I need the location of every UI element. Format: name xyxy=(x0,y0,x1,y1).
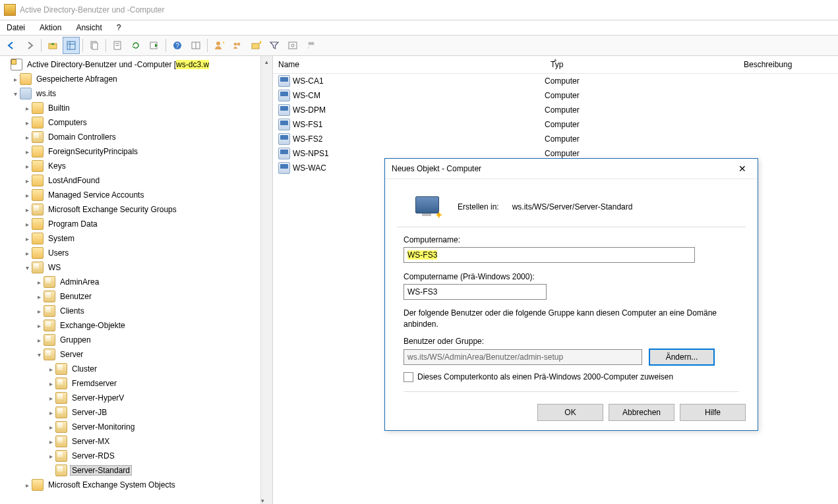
expander-icon[interactable]: ▸ xyxy=(22,163,32,170)
tree-saved-queries[interactable]: Gespeicherte Abfragen xyxy=(34,74,119,84)
copy-icon[interactable] xyxy=(86,37,103,54)
list-item[interactable]: WS-FS2Computer xyxy=(273,132,838,146)
expander-icon[interactable]: ▸ xyxy=(22,177,32,184)
properties-icon[interactable] xyxy=(109,37,126,54)
tree-monitoring[interactable]: Server-Monitoring xyxy=(70,422,136,432)
expander-icon[interactable]: ▸ xyxy=(22,250,32,257)
change-button[interactable]: Ändern... xyxy=(649,349,715,366)
menu-datei[interactable]: Datei xyxy=(4,22,28,34)
expander-icon[interactable]: ▾ xyxy=(34,351,44,358)
column-name[interactable]: Name xyxy=(273,56,545,73)
tree-cluster[interactable]: Cluster xyxy=(70,364,99,374)
find-pane-icon[interactable] xyxy=(187,37,204,54)
tree-ws[interactable]: WS xyxy=(46,262,63,273)
tree-scrollbar[interactable]: ▴ ▾ xyxy=(260,56,272,504)
list-item[interactable]: WS-CA1Computer xyxy=(273,74,838,88)
dialog-titlebar[interactable]: Neues Objekt - Computer ✕ xyxy=(385,159,758,179)
scroll-up-icon[interactable]: ▴ xyxy=(261,56,272,67)
menu-aktion[interactable]: Aktion xyxy=(37,22,64,34)
forward-icon[interactable] xyxy=(21,37,38,54)
expander-icon[interactable]: ▸ xyxy=(11,76,20,83)
expander-icon[interactable]: ▸ xyxy=(46,409,55,416)
filter-icon[interactable] xyxy=(266,37,283,54)
column-desc[interactable]: Beschreibung xyxy=(738,56,838,73)
expander-icon[interactable]: ▸ xyxy=(22,192,32,199)
expander-icon[interactable]: ▸ xyxy=(34,308,44,315)
view-detail-icon[interactable] xyxy=(63,37,80,54)
tree-mx[interactable]: Server-MX xyxy=(70,436,111,447)
expander-icon[interactable]: ▾ xyxy=(22,264,32,271)
tree-meso[interactable]: Microsoft Exchange System Objects xyxy=(46,480,177,490)
tree-clients[interactable]: Clients xyxy=(58,306,86,316)
tree-dc[interactable]: Domain Controllers xyxy=(46,132,118,142)
tree-system[interactable]: System xyxy=(46,233,76,244)
expander-icon[interactable]: ▸ xyxy=(46,366,55,373)
ou-icon xyxy=(55,392,67,404)
tree-msa[interactable]: Managed Service Accounts xyxy=(46,190,146,200)
list-item[interactable]: WS-DPMComputer xyxy=(273,103,838,117)
expander-icon[interactable]: ▸ xyxy=(22,119,32,126)
tree-computers[interactable]: Computers xyxy=(46,117,89,128)
export-icon[interactable] xyxy=(146,37,163,54)
add-query-icon[interactable] xyxy=(303,37,320,54)
tree-mesg[interactable]: Microsoft Exchange Security Groups xyxy=(46,204,179,215)
expander-icon[interactable]: ▸ xyxy=(46,424,55,431)
expander-icon[interactable]: ▸ xyxy=(34,293,44,300)
expander-icon[interactable]: ▸ xyxy=(34,337,44,344)
tree-exobj[interactable]: Exchange-Objekte xyxy=(58,320,127,331)
tree[interactable]: ▸Active Directory-Benutzer und -Computer… xyxy=(0,56,262,493)
tree-rds[interactable]: Server-RDS xyxy=(70,451,117,461)
tree-server[interactable]: Server xyxy=(58,349,85,360)
tree-laf[interactable]: LostAndFound xyxy=(46,175,102,186)
expander-icon[interactable]: ▾ xyxy=(11,90,20,98)
expander-icon[interactable]: ▸ xyxy=(34,279,44,286)
computername-input[interactable]: WS-FS3 xyxy=(404,247,695,263)
tree-builtin[interactable]: Builtin xyxy=(46,103,72,113)
ok-button[interactable]: OK xyxy=(537,404,603,421)
tree-users[interactable]: Users xyxy=(46,248,71,258)
cancel-button[interactable]: Abbrechen xyxy=(609,404,674,421)
tree-standard-selected[interactable]: Server-Standard xyxy=(70,465,132,476)
menu-ansicht[interactable]: Ansicht xyxy=(73,22,104,34)
expander-icon[interactable]: ▸ xyxy=(46,438,55,445)
new-group-icon[interactable] xyxy=(229,37,246,54)
up-folder-icon[interactable] xyxy=(44,37,61,54)
expander-icon[interactable]: ▸ xyxy=(22,206,32,213)
column-type[interactable]: Typ xyxy=(545,56,738,73)
tree-keys[interactable]: Keys xyxy=(46,161,68,171)
tree-jb[interactable]: Server-JB xyxy=(70,407,109,418)
back-icon[interactable] xyxy=(3,37,20,54)
expander-icon[interactable]: ▸ xyxy=(22,221,32,228)
expander-icon[interactable]: ▸ xyxy=(22,235,32,242)
expander-icon[interactable]: ▸ xyxy=(34,322,44,329)
refresh-icon[interactable] xyxy=(127,37,144,54)
tree-hyperv[interactable]: Server-HyperV xyxy=(70,393,126,403)
tree-root[interactable]: Active Directory-Benutzer und -Computer … xyxy=(25,59,211,70)
list-item[interactable]: WS-FS1Computer xyxy=(273,117,838,132)
help-icon[interactable]: ? xyxy=(169,37,186,54)
find-icon[interactable] xyxy=(284,37,301,54)
tree-pd[interactable]: Program Data xyxy=(46,219,100,229)
expander-icon[interactable]: ▸ xyxy=(46,395,55,402)
new-ou-icon[interactable]: ★ xyxy=(247,37,264,54)
tree-adminarea[interactable]: AdminArea xyxy=(58,277,101,287)
prewin-input[interactable]: WS-FS3 xyxy=(404,284,547,300)
new-user-icon[interactable]: ★ xyxy=(210,37,227,54)
menu-help[interactable]: ? xyxy=(114,22,124,34)
help-button[interactable]: Hilfe xyxy=(680,404,746,421)
close-icon[interactable]: ✕ xyxy=(733,161,752,177)
list-item[interactable]: WS-CMComputer xyxy=(273,88,838,103)
expander-icon[interactable]: ▸ xyxy=(46,453,55,460)
expander-icon[interactable]: ▸ xyxy=(22,105,32,112)
scroll-down-icon[interactable]: ▾ xyxy=(261,495,264,504)
expander-icon[interactable]: ▸ xyxy=(22,482,32,489)
tree-fsp[interactable]: ForeignSecurityPrincipals xyxy=(46,146,140,157)
expander-icon[interactable]: ▸ xyxy=(46,380,55,387)
tree-fremd[interactable]: Fremdserver xyxy=(70,378,119,389)
expander-icon[interactable]: ▸ xyxy=(22,148,32,155)
tree-domain[interactable]: ws.its xyxy=(34,88,58,99)
tree-benutzer[interactable]: Benutzer xyxy=(58,291,94,302)
tree-gruppen[interactable]: Gruppen xyxy=(58,335,93,345)
prewin-checkbox[interactable] xyxy=(404,372,413,382)
expander-icon[interactable]: ▸ xyxy=(22,134,32,141)
